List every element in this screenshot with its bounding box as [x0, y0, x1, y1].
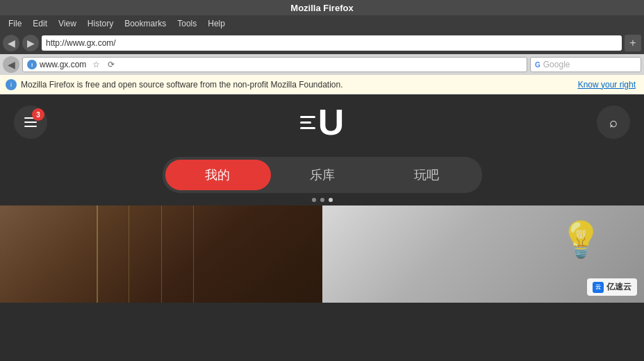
- url-actions: ☆ ⟳: [89, 58, 118, 72]
- string-3: [161, 205, 162, 303]
- forward-button[interactable]: ▶: [22, 35, 39, 51]
- menu-history[interactable]: History: [82, 17, 119, 30]
- tab-navigation: 我的 乐库 玩吧: [0, 150, 644, 203]
- url-bar-row: ◀ i www.gx.com ☆ ⟳ G Google: [0, 54, 644, 75]
- menu-edit[interactable]: Edit: [27, 17, 53, 30]
- hamburger-line-2: [24, 121, 37, 123]
- back-button[interactable]: ◀: [3, 35, 19, 51]
- tab-wode-label: 我的: [205, 167, 230, 183]
- search-button[interactable]: ⌕: [597, 106, 630, 139]
- yisuyun-badge[interactable]: 云 亿速云: [587, 278, 637, 296]
- hero-area: 💡 云 亿速云: [0, 205, 644, 303]
- string-2: [129, 205, 129, 303]
- address-input-wrapper: http://www.gx.com/: [42, 35, 622, 51]
- menu-tools[interactable]: Tools: [172, 17, 202, 30]
- tab-container: 我的 乐库 玩吧: [163, 157, 482, 193]
- hero-left-image: [0, 205, 322, 303]
- yisuyun-text: 亿速云: [606, 281, 631, 293]
- menu-bookmarks[interactable]: Bookmarks: [119, 17, 172, 30]
- tab-wanba[interactable]: 玩吧: [374, 160, 479, 190]
- title-bar-text: Mozilla Firefox: [290, 3, 353, 13]
- hamburger-line-3: [24, 126, 37, 127]
- search-placeholder: Google: [543, 60, 570, 69]
- logo-speed-line-1: [300, 116, 315, 118]
- tab-yuku-label: 乐库: [310, 167, 335, 183]
- url-back-button[interactable]: ◀: [3, 56, 19, 73]
- site-header: 3 U ⌕: [0, 94, 644, 150]
- main-content: 3 U ⌕ 我的 乐库: [0, 94, 644, 361]
- tab-wanba-label: 玩吧: [414, 167, 439, 183]
- logo-speed-line-3: [300, 127, 315, 129]
- string-4: [193, 205, 194, 303]
- firefox-info-icon: i: [6, 79, 17, 90]
- menu-bar: File Edit View History Bookmarks Tools H…: [0, 15, 644, 32]
- title-bar: Mozilla Firefox: [0, 0, 644, 15]
- address-text: http://www.gx.com/: [46, 38, 116, 48]
- menu-view[interactable]: View: [53, 17, 82, 30]
- address-display[interactable]: http://www.gx.com/: [46, 38, 618, 48]
- url-text: www.gx.com: [40, 60, 86, 69]
- tab-wode[interactable]: 我的: [165, 160, 270, 190]
- url-security-icon: i: [27, 60, 37, 69]
- hamburger-menu-button[interactable]: 3: [14, 106, 47, 139]
- logo-letter: U: [318, 104, 345, 140]
- string-1: [97, 205, 98, 303]
- tab-yuku[interactable]: 乐库: [270, 160, 374, 190]
- notification-badge: 3: [32, 108, 44, 121]
- notification-text: Mozilla Firefox is free and open source …: [21, 80, 343, 90]
- search-field[interactable]: G Google: [530, 57, 641, 72]
- site-logo: U: [300, 104, 345, 140]
- menu-help[interactable]: Help: [202, 17, 231, 30]
- address-bar-row: ◀ ▶ http://www.gx.com/ +: [0, 32, 644, 54]
- notification-bar: i Mozilla Firefox is free and open sourc…: [0, 75, 644, 94]
- search-logo: G: [535, 61, 540, 69]
- refresh-button[interactable]: ⟳: [104, 58, 118, 72]
- url-field[interactable]: i www.gx.com ☆ ⟳: [22, 57, 527, 72]
- logo-container: U: [300, 104, 345, 140]
- add-tab-button[interactable]: +: [625, 35, 641, 51]
- logo-speed-lines: [300, 116, 315, 129]
- lamp-icon: 💡: [559, 219, 602, 260]
- yisuyun-icon: 云: [593, 282, 604, 293]
- bookmark-button[interactable]: ☆: [89, 58, 103, 72]
- know-your-rights-button[interactable]: Know your right: [570, 75, 644, 94]
- search-icon: ⌕: [609, 115, 618, 131]
- yisuyun-icon-text: 云: [595, 283, 601, 291]
- logo-speed-line-2: [300, 121, 311, 124]
- menu-file[interactable]: File: [3, 17, 27, 30]
